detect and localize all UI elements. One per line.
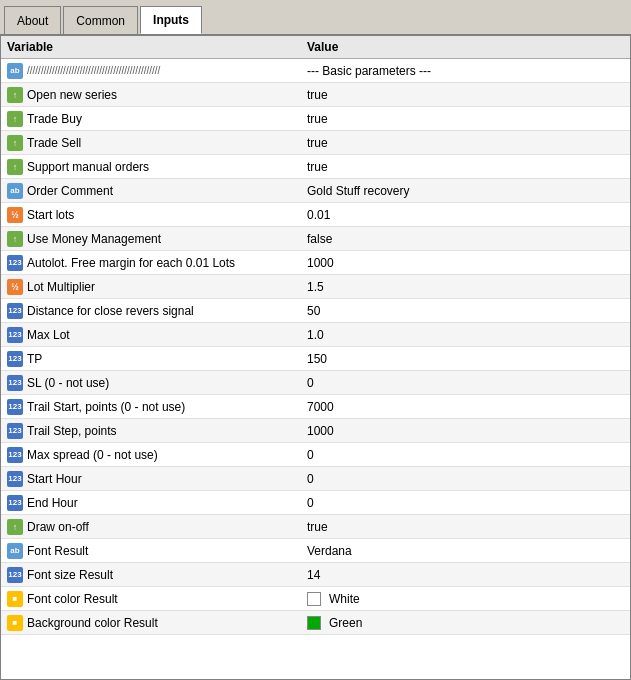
variable-cell: 123Trail Start, points (0 - not use) <box>1 396 301 418</box>
value-cell: Green <box>301 613 630 633</box>
variable-name: Font color Result <box>27 592 118 606</box>
variable-cell: ■Background color Result <box>1 612 301 634</box>
table-row[interactable]: ↑Use Money Managementfalse <box>1 227 630 251</box>
tab-common[interactable]: Common <box>63 6 138 34</box>
table-row[interactable]: 123Font size Result14 <box>1 563 630 587</box>
variable-name: Max Lot <box>27 328 70 342</box>
value-text: true <box>307 160 328 174</box>
variable-name: SL (0 - not use) <box>27 376 109 390</box>
table-row[interactable]: ↑Support manual orderstrue <box>1 155 630 179</box>
variable-cell: 123Font size Result <box>1 564 301 586</box>
variable-cell: 123Autolot. Free margin for each 0.01 Lo… <box>1 252 301 274</box>
variable-name: Autolot. Free margin for each 0.01 Lots <box>27 256 235 270</box>
value-cell: 7000 <box>301 397 630 417</box>
table-row[interactable]: abFont ResultVerdana <box>1 539 630 563</box>
value-cell: Gold Stuff recovery <box>301 181 630 201</box>
table-row[interactable]: ab//////////////////////////////////////… <box>1 59 630 83</box>
table-row[interactable]: 123TP150 <box>1 347 630 371</box>
variable-name: Order Comment <box>27 184 113 198</box>
value-text: 1.0 <box>307 328 324 342</box>
variable-cell: 123Distance for close revers signal <box>1 300 301 322</box>
123-icon: 123 <box>7 423 23 439</box>
value-cell: Verdana <box>301 541 630 561</box>
value-text: true <box>307 112 328 126</box>
table-row[interactable]: 123Trail Start, points (0 - not use)7000 <box>1 395 630 419</box>
variable-name: Start lots <box>27 208 74 222</box>
variable-cell: ■Font color Result <box>1 588 301 610</box>
value-text: White <box>329 592 360 606</box>
arrow-icon: ↑ <box>7 111 23 127</box>
table-row[interactable]: ↑Trade Selltrue <box>1 131 630 155</box>
variable-name: Trail Start, points (0 - not use) <box>27 400 185 414</box>
value-cell: true <box>301 157 630 177</box>
123-icon: 123 <box>7 399 23 415</box>
color-swatch <box>307 592 321 606</box>
value-cell: 0 <box>301 493 630 513</box>
table-row[interactable]: ↑Trade Buytrue <box>1 107 630 131</box>
value-cell: 0 <box>301 469 630 489</box>
table-row[interactable]: 123Max Lot1.0 <box>1 323 630 347</box>
value-cell: true <box>301 517 630 537</box>
variable-name: Trail Step, points <box>27 424 117 438</box>
color-swatch <box>307 616 321 630</box>
tab-about[interactable]: About <box>4 6 61 34</box>
value-cell: true <box>301 109 630 129</box>
arrow-icon: ↑ <box>7 159 23 175</box>
value-text: Gold Stuff recovery <box>307 184 410 198</box>
variable-name: Trade Buy <box>27 112 82 126</box>
main-panel: Variable Value ab///////////////////////… <box>0 36 631 680</box>
ab-icon: ab <box>7 63 23 79</box>
table-row[interactable]: ■Font color ResultWhite <box>1 587 630 611</box>
table-row[interactable]: abOrder CommentGold Stuff recovery <box>1 179 630 203</box>
value-cell: White <box>301 589 630 609</box>
variable-name: Distance for close revers signal <box>27 304 194 318</box>
table-row[interactable]: ½Start lots0.01 <box>1 203 630 227</box>
table-row[interactable]: 123Max spread (0 - not use)0 <box>1 443 630 467</box>
arrow-icon: ↑ <box>7 519 23 535</box>
table-row[interactable]: ↑Open new seriestrue <box>1 83 630 107</box>
table-row[interactable]: 123End Hour0 <box>1 491 630 515</box>
tab-inputs[interactable]: Inputs <box>140 6 202 34</box>
value-cell: 0.01 <box>301 205 630 225</box>
table-row[interactable]: ■Background color ResultGreen <box>1 611 630 635</box>
table-body[interactable]: ab//////////////////////////////////////… <box>1 59 630 679</box>
variable-cell: abOrder Comment <box>1 180 301 202</box>
value-cell: true <box>301 85 630 105</box>
value-text: 0.01 <box>307 208 330 222</box>
table-row[interactable]: ↑Draw on-offtrue <box>1 515 630 539</box>
variable-name: Font size Result <box>27 568 113 582</box>
variable-cell: 123Trail Step, points <box>1 420 301 442</box>
half-icon: ½ <box>7 207 23 223</box>
table-header: Variable Value <box>1 36 630 59</box>
table-row[interactable]: 123Distance for close revers signal50 <box>1 299 630 323</box>
value-cell: 14 <box>301 565 630 585</box>
table-row[interactable]: 123Start Hour0 <box>1 467 630 491</box>
variable-name: ////////////////////////////////////////… <box>27 65 160 76</box>
table-row[interactable]: 123SL (0 - not use)0 <box>1 371 630 395</box>
123-icon: 123 <box>7 495 23 511</box>
123-icon: 123 <box>7 255 23 271</box>
table-row[interactable]: ½Lot Multiplier1.5 <box>1 275 630 299</box>
table-row[interactable]: 123Trail Step, points1000 <box>1 419 630 443</box>
value-cell: false <box>301 229 630 249</box>
123-icon: 123 <box>7 447 23 463</box>
variable-name: Font Result <box>27 544 88 558</box>
variable-cell: ↑Use Money Management <box>1 228 301 250</box>
color-icon: ■ <box>7 615 23 631</box>
variable-cell: ↑Trade Sell <box>1 132 301 154</box>
variable-cell: 123TP <box>1 348 301 370</box>
variable-name: Support manual orders <box>27 160 149 174</box>
value-text: 0 <box>307 448 314 462</box>
variable-cell: ↑Support manual orders <box>1 156 301 178</box>
variable-cell: 123End Hour <box>1 492 301 514</box>
variable-name: Open new series <box>27 88 117 102</box>
table-row[interactable]: 123Autolot. Free margin for each 0.01 Lo… <box>1 251 630 275</box>
value-text: 7000 <box>307 400 334 414</box>
variable-name: Draw on-off <box>27 520 89 534</box>
value-cell: 1.0 <box>301 325 630 345</box>
123-icon: 123 <box>7 567 23 583</box>
value-text: 0 <box>307 496 314 510</box>
variable-cell: ↑Draw on-off <box>1 516 301 538</box>
variable-name: Use Money Management <box>27 232 161 246</box>
variable-name: Start Hour <box>27 472 82 486</box>
